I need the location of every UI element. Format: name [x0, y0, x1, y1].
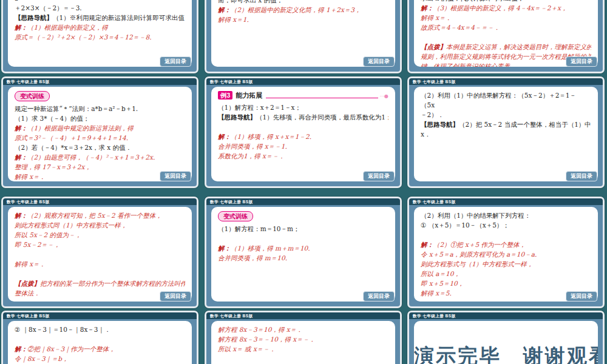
slide-header-text: 数学 七年级上册 BS版 [7, 314, 50, 318]
slide-text-line: （2）若（－4）*x＝3＋2x，求 x 的值． [15, 143, 185, 152]
slide-text-line: 【思路导航】（1）先移项，再合并同类项，最后系数化为1； [218, 112, 388, 122]
slide-text-line: 解方程 8x－3＝10，得 x＝ . [218, 325, 388, 334]
slide-content-card: （2）利用（1）中的结果解下列方程：① （x＋5）＝10－（x＋5）；解：（2）… [414, 207, 598, 302]
slide-text-line: 【思路导航】（2）把 5x－2 当成一个整体，相当于（1）中的 [421, 120, 591, 129]
slide-text-line: 即 5x－2＝－， [15, 240, 185, 249]
slide-body: 解方程 8x－3＝10，得 x＝ .解方程 8x－3＝－10，得 x＝－ .所以… [206, 319, 400, 364]
return-to-toc-button[interactable]: 返回目录 [363, 291, 395, 302]
slide-example3-ability[interactable]: 数学 七年级上册 BS版例3能力拓展···●（1）解方程：x＋2＝1－x；【思路… [205, 76, 402, 188]
slide-header-bar: 数学 七年级上册 BS版 [409, 78, 603, 85]
slide-newdef-part1[interactable]: 数学 七年级上册 BS版3²＋2×3×（－2）＝－3.【思路导航】（1）※利用规… [1, 0, 198, 73]
slide-body: （2）利用（1）中的结果解下列方程：① （x＋5）＝10－（x＋5）；解：（2）… [409, 205, 603, 306]
slide-body: ② ｜8x－3｜＝10－｜8x－3｜．解：②把｜8x－3｜作为一个整体，令｜8x… [3, 319, 197, 364]
slide-text-line: 合并同类项，得 x＝－1. [218, 141, 388, 151]
slide-body: 3²＋2×3×（－2）＝－3.【思路导航】（1）※利用规定的新运算法则计算即可求… [3, 0, 197, 72]
slide-text-line: x． [421, 129, 591, 139]
slide-variant-part2-x5[interactable]: 数学 七年级上册 BS版（2）利用（1）中的结果解下列方程：① （x＋5）＝10… [407, 197, 605, 308]
slide-text-line: 【点拨】把方程的某一部分作为一个整体求解方程的方法叫作 [15, 278, 185, 288]
slide-body: 简，即可求出 x 的值；解：（2）根据题中的新定义化简，得 1＋2x＝3，解得 … [206, 0, 400, 72]
slide-text-line: 解：（1）移项，得 m＋m＝10. [218, 243, 388, 253]
slide-text-line: 解：（1）根据题中规定的新运算法则，得 [15, 123, 185, 133]
slide-text-line: 解：（2）观察方程可知，把 5x－2 看作一个整体， [15, 211, 185, 220]
blank-line [15, 249, 185, 259]
slide-content-card: ② ｜8x－3｜＝10－｜8x－3｜．解：②把｜8x－3｜作为一个整体，令｜8x… [8, 321, 192, 364]
slide-text-line: 简，即可求出 x 的值； [218, 0, 388, 5]
slide-header-text: 数学 七年级上册 BS版 [7, 200, 50, 204]
variant-training-badge: 变式训练 [15, 91, 50, 101]
return-to-toc-button[interactable]: 返回目录 [363, 56, 395, 67]
slide-abs-value-solution[interactable]: 数学 七年级上册 BS版解方程 8x－3＝10，得 x＝ .解方程 8x－3＝－… [205, 311, 402, 364]
slide-text-line: 解：（1）移项，得 x＋x＝1－2. [218, 132, 388, 141]
slide-body: 演示完毕 谢谢观看返回目录 [409, 319, 603, 364]
example-dots-ornament: ···● [379, 93, 388, 99]
slide-text-line: （1）解方程：x＋2＝1－x； [218, 103, 388, 112]
slide-variant-training-m[interactable]: 数学 七年级上册 BS版变式训练（1）解方程：m＝10－m；解：（1）移项，得 … [205, 197, 402, 308]
slide-text-line: 解得 x＝ . [15, 259, 185, 269]
slide-content-card: 变式训练（1）解方程：m＝10－m；解：（1）移项，得 m＋m＝10.合并同类项… [211, 207, 395, 302]
slide-text-line: 所以 a＝10， [421, 269, 591, 278]
slide-text-line: 令 x＋5＝a，则原方程可化为 a＝10－a. [421, 249, 591, 259]
slide-text-line: －2）． [421, 110, 591, 120]
blank-line [15, 334, 185, 344]
slide-text-line: 系数化为1，得 x＝－ . [218, 151, 388, 161]
slide-body: （2）利用（1）中的结果解方程：（5x－2）＋2＝1－（5x－2）．【思路导航】… [409, 85, 603, 186]
slide-text-line: 解方程 8x－3＝－10，得 x＝－ . [218, 334, 388, 344]
slide-text-line: 解：（1）根据题中的新定义，得 [15, 22, 185, 32]
slide-text-line: 解：（2）①把 x＋5 作为一个整体， [421, 240, 591, 249]
blank-line [421, 32, 591, 42]
slide-text-line: 令｜8x－3｜＝b， [15, 354, 185, 363]
return-to-toc-button[interactable]: 返回目录 [566, 291, 597, 302]
slide-header-bar: 数学 七年级上册 BS版 [3, 78, 197, 85]
blank-line [15, 269, 185, 278]
slide-text-line: 即 x＋5＝10， [421, 278, 591, 288]
slide-text-line: 【思路导航】（1）※利用规定的新运算法则计算即可求出值； [15, 13, 185, 22]
slide-abs-value-equation[interactable]: 数学 七年级上册 BS版② ｜8x－3｜＝10－｜8x－3｜．解：②把｜8x－3… [1, 311, 198, 364]
slide-header-bar: 数学 七年级上册 BS版 [206, 78, 400, 85]
slide-header-text: 数学 七年级上册 BS版 [413, 314, 456, 318]
slide-content-card: 变式训练规定一种新运算“＊”法则：a*b＝a²－b＋1.（1）求 3*（－4）的… [8, 87, 192, 181]
slide-header-text: 数学 七年级上册 BS版 [7, 79, 50, 84]
slide-text-line: 所以 5x－2 的值为－， [15, 230, 185, 240]
return-to-toc-button[interactable]: 返回目录 [363, 171, 395, 181]
return-to-toc-button[interactable]: 返回目录 [160, 56, 191, 67]
slide-text-line: （2）利用（1）中的结果解下列方程： [421, 211, 591, 220]
variant-training-badge: 变式训练 [218, 211, 253, 221]
slide-text-line: ① （x＋5）＝10－（x＋5）； [421, 220, 591, 230]
slide-content-card: 解：（2）观察方程可知，把 5x－2 看作一个整体，则此方程形式同（1）中方程形… [8, 207, 192, 302]
example-title: 能力拓展 [236, 91, 262, 99]
slide-header-bar: 数学 七年级上册 BS版 [206, 312, 400, 319]
example-number-badge: 例3 [218, 91, 232, 99]
slide-text-line: （1）求 3*（－4）的值； [15, 113, 185, 123]
slide-text-line: 故原式＝4－4x＝4－＝－ . [421, 22, 591, 32]
slide-text-line: 解：②把｜8x－3｜作为一个整体， [15, 344, 185, 354]
slide-header-bar: 数学 七年级上册 BS版 [206, 198, 400, 205]
slide-header-text: 数学 七年级上册 BS版 [413, 79, 456, 84]
slide-text-line: 原式＝（－2）²＋2×（－2）×3＝4－12＝－8. [15, 32, 185, 42]
slide-content-card: 例3能力拓展···●（1）解方程：x＋2＝1－x；【思路导航】（1）先移项，再合… [211, 87, 395, 181]
slide-body: 例3能力拓展···●（1）解方程：x＋2＝1－x；【思路导航】（1）先移项，再合… [206, 85, 400, 186]
slide-newdef-part2[interactable]: 数学 七年级上册 BS版简，即可求出 x 的值；解：（2）根据题中的新定义化简，… [205, 0, 402, 73]
return-to-toc-button[interactable]: 返回目录 [566, 56, 597, 67]
slide-example3-part2[interactable]: 数学 七年级上册 BS版（2）利用（1）中的结果解方程：（5x－2）＋2＝1－（… [407, 76, 605, 188]
slide-wholistic-solution[interactable]: 数学 七年级上册 BS版解：（2）观察方程可知，把 5x－2 看作一个整体，则此… [1, 197, 198, 308]
slide-text-line: 解：（2）根据题中的新定义化简，得 1＋2x＝3， [218, 5, 388, 15]
slide-header-text: 数学 七年级上册 BS版 [210, 314, 253, 318]
slide-header-text: 数学 七年级上册 BS版 [210, 79, 253, 84]
slide-text-line: 则此方程形式同（1）中方程形式一样， [15, 220, 185, 230]
slide-header-bar: 数学 七年级上册 BS版 [409, 198, 603, 205]
slide-text-line: 则此方程形式与（1）中方程形式一样， [421, 259, 591, 269]
slide-variant-training-star[interactable]: 数学 七年级上册 BS版变式训练规定一种新运算“＊”法则：a*b＝a²－b＋1.… [1, 76, 198, 188]
return-to-toc-button[interactable]: 返回目录 [566, 171, 597, 181]
slide-text-line: （2）利用（1）中的结果解方程：（5x－2）＋2＝1－ [421, 90, 591, 100]
slide-content-card: 演示完毕 谢谢观看 [414, 321, 598, 364]
slide-body: 解：（2）观察方程可知，把 5x－2 看作一个整体，则此方程形式同（1）中方程形… [3, 205, 197, 306]
slide-closing[interactable]: 数学 七年级上册 BS版演示完毕 谢谢观看返回目录 [407, 311, 605, 364]
slide-text-line: 解：（3）根据题中的新定义，得 4－4x＝－2＋x， [421, 3, 591, 13]
slide-text-line: 解：（2）由题意可得，（－4）²－x＋1＝3＋2x. [15, 152, 185, 162]
return-to-toc-button[interactable]: 返回目录 [160, 291, 191, 302]
return-to-toc-button[interactable]: 返回目录 [160, 171, 191, 181]
example-underline [266, 98, 378, 98]
slide-newdef-part3[interactable]: 数学 七年级上册 BS版求出 x 的值，代入计算即可求出值；解：（3）根据题中的… [407, 0, 605, 73]
slide-text-line: ② ｜8x－3｜＝10－｜8x－3｜． [15, 325, 185, 334]
slide-text-line: 解得 x＝1. [218, 15, 388, 24]
